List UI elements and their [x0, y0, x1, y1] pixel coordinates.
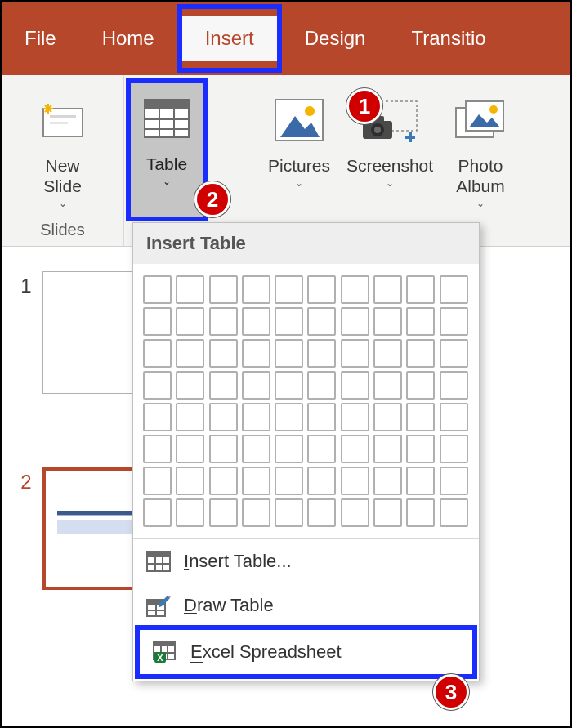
- grid-cell[interactable]: [440, 371, 468, 400]
- grid-cell[interactable]: [373, 403, 402, 431]
- grid-cell[interactable]: [440, 275, 468, 304]
- grid-cell[interactable]: [176, 371, 204, 400]
- grid-cell[interactable]: [406, 498, 435, 527]
- grid-cell[interactable]: [275, 467, 303, 495]
- grid-cell[interactable]: [143, 467, 172, 495]
- grid-cell[interactable]: [373, 498, 402, 527]
- grid-cell[interactable]: [242, 339, 270, 368]
- grid-cell[interactable]: [209, 435, 238, 463]
- grid-cell[interactable]: [440, 339, 468, 368]
- grid-cell[interactable]: [373, 307, 402, 336]
- grid-cell[interactable]: [341, 498, 369, 527]
- grid-cell[interactable]: [406, 339, 435, 368]
- grid-cell[interactable]: [143, 498, 172, 527]
- grid-cell[interactable]: [373, 467, 402, 495]
- grid-cell[interactable]: [143, 275, 172, 304]
- photo-album-button[interactable]: Photo Album ⌄: [444, 82, 517, 212]
- grid-cell[interactable]: [209, 403, 238, 431]
- grid-cell[interactable]: [307, 371, 336, 400]
- grid-cell[interactable]: [373, 275, 402, 304]
- grid-cell[interactable]: [176, 467, 204, 495]
- menu-excel-spreadsheet[interactable]: X Excel Spreadsheet: [135, 625, 477, 679]
- grid-cell[interactable]: [373, 371, 402, 400]
- grid-cell[interactable]: [406, 467, 435, 495]
- grid-cell[interactable]: [275, 307, 303, 336]
- grid-cell[interactable]: [275, 498, 303, 527]
- table-size-grid[interactable]: [133, 264, 479, 535]
- pictures-button[interactable]: Pictures ⌄: [262, 82, 336, 212]
- grid-cell[interactable]: [341, 275, 369, 304]
- grid-cell[interactable]: [307, 467, 336, 495]
- grid-cell[interactable]: [307, 498, 336, 527]
- grid-cell[interactable]: [341, 371, 369, 400]
- grid-cell[interactable]: [275, 435, 303, 463]
- grid-cell[interactable]: [440, 467, 468, 495]
- grid-cell[interactable]: [242, 467, 270, 495]
- menu-insert-table[interactable]: Insert Table...: [133, 539, 479, 583]
- slide-number: 1: [10, 271, 42, 297]
- menu-draw-table[interactable]: Draw Table: [133, 583, 479, 628]
- menu-label: Draw Table: [184, 595, 274, 616]
- grid-cell[interactable]: [176, 339, 204, 368]
- menu-label: Excel Spreadsheet: [190, 641, 342, 663]
- grid-cell[interactable]: [176, 435, 204, 463]
- grid-cell[interactable]: [176, 403, 204, 431]
- grid-cell[interactable]: [406, 275, 435, 304]
- grid-cell[interactable]: [242, 435, 270, 463]
- grid-cell[interactable]: [307, 435, 336, 463]
- grid-cell[interactable]: [440, 435, 468, 463]
- grid-cell[interactable]: [406, 403, 435, 431]
- grid-cell[interactable]: [307, 403, 336, 431]
- tab-home[interactable]: Home: [79, 16, 177, 61]
- grid-cell[interactable]: [440, 403, 468, 431]
- tab-insert[interactable]: Insert: [182, 16, 277, 61]
- grid-cell[interactable]: [307, 307, 336, 336]
- grid-cell[interactable]: [307, 275, 336, 304]
- grid-cell[interactable]: [373, 339, 402, 368]
- grid-cell[interactable]: [242, 371, 270, 400]
- grid-cell[interactable]: [341, 467, 369, 495]
- group-images: Pictures ⌄: [209, 75, 570, 246]
- grid-cell[interactable]: [373, 435, 402, 463]
- grid-cell[interactable]: [440, 498, 468, 527]
- grid-cell[interactable]: [242, 403, 270, 431]
- grid-cell[interactable]: [176, 307, 204, 336]
- grid-cell[interactable]: [143, 435, 172, 463]
- new-slide-label: New Slide: [43, 155, 82, 196]
- grid-cell[interactable]: [143, 307, 172, 336]
- grid-cell[interactable]: [209, 467, 238, 495]
- grid-cell[interactable]: [209, 371, 238, 400]
- grid-cell[interactable]: [341, 307, 369, 336]
- tab-file[interactable]: File: [2, 16, 79, 61]
- new-slide-button[interactable]: New Slide ⌄: [26, 82, 100, 212]
- grid-cell[interactable]: [275, 339, 303, 368]
- svg-rect-2: [50, 122, 68, 124]
- grid-cell[interactable]: [406, 307, 435, 336]
- grid-cell[interactable]: [209, 339, 238, 368]
- grid-cell[interactable]: [242, 307, 270, 336]
- grid-cell[interactable]: [275, 371, 303, 400]
- grid-cell[interactable]: [275, 275, 303, 304]
- grid-cell[interactable]: [242, 275, 270, 304]
- table-icon: [145, 547, 172, 575]
- grid-cell[interactable]: [341, 435, 369, 463]
- grid-cell[interactable]: [307, 339, 336, 368]
- grid-cell[interactable]: [209, 275, 238, 304]
- grid-cell[interactable]: [176, 275, 204, 304]
- grid-cell[interactable]: [209, 498, 238, 527]
- excel-spreadsheet-icon: X: [151, 638, 179, 666]
- grid-cell[interactable]: [143, 403, 172, 431]
- grid-cell[interactable]: [406, 435, 435, 463]
- grid-cell[interactable]: [176, 498, 204, 527]
- tab-transitions[interactable]: Transitio: [388, 16, 508, 61]
- grid-cell[interactable]: [143, 371, 172, 400]
- grid-cell[interactable]: [209, 307, 238, 336]
- tab-design[interactable]: Design: [282, 16, 389, 61]
- grid-cell[interactable]: [275, 403, 303, 431]
- grid-cell[interactable]: [143, 339, 172, 368]
- grid-cell[interactable]: [440, 307, 468, 336]
- grid-cell[interactable]: [242, 498, 270, 527]
- grid-cell[interactable]: [406, 371, 435, 400]
- grid-cell[interactable]: [341, 403, 369, 431]
- grid-cell[interactable]: [341, 339, 369, 368]
